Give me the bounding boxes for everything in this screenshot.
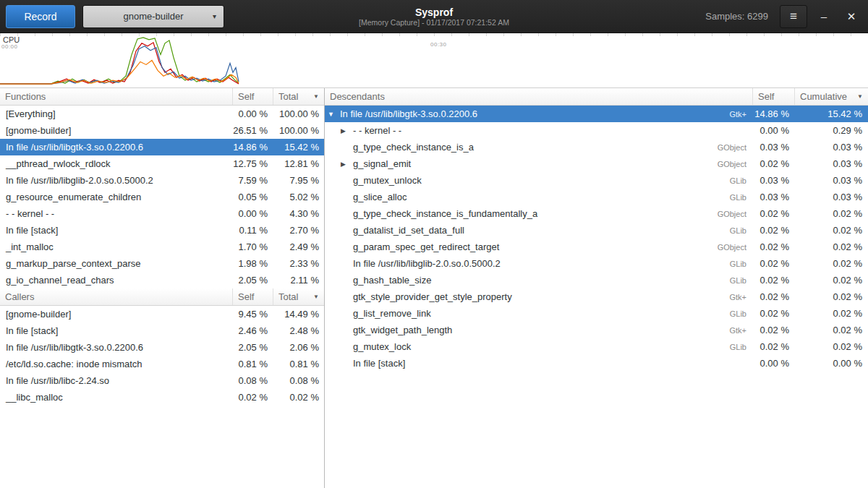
samples-count: Samples: 6299 xyxy=(705,11,768,22)
function-name: _int_malloc xyxy=(0,241,232,252)
table-row[interactable]: /etc/ld.so.cache: inode mismatch 0.81 % … xyxy=(0,356,324,372)
table-row[interactable]: In file /usr/lib/libgtk-3.so.0.2200.6 2.… xyxy=(0,339,324,356)
table-row[interactable]: - - kernel - - 0.00 % 4.30 % xyxy=(0,205,324,222)
total-percent: 2.49 % xyxy=(273,241,324,252)
functions-self-column-header[interactable]: Self xyxy=(232,88,273,105)
descendant-name: g_type_check_instance_is_fundamentally_a xyxy=(353,208,705,219)
table-row[interactable]: __libc_malloc 0.02 % 0.02 % xyxy=(0,389,324,406)
functions-header-row: Functions Self Total ▼ xyxy=(0,88,324,106)
expander-icon[interactable]: ▶ xyxy=(341,160,353,168)
table-row[interactable]: In file /usr/lib/libgtk-3.so.0.2200.6 14… xyxy=(0,139,324,155)
table-row[interactable]: _int_malloc 1.70 % 2.49 % xyxy=(0,239,324,255)
expander-icon[interactable]: ▼ xyxy=(328,111,340,118)
table-row[interactable]: g_mutex_unlock GLib 0.03 % 0.03 % xyxy=(325,172,868,189)
total-percent: 0.08 % xyxy=(273,375,324,386)
timeline-start-label: 00:00 xyxy=(1,43,18,50)
expander-icon[interactable]: ▶ xyxy=(341,127,353,134)
descendant-name: g_hash_table_size xyxy=(353,275,705,286)
caller-name: In file [stack] xyxy=(0,325,232,336)
table-row[interactable]: ▶ g_signal_emit GObject 0.02 % 0.03 % xyxy=(325,155,868,172)
total-percent: 100.00 % xyxy=(273,125,324,136)
capture-subtitle: [Memory Capture] - 01/17/2017 07:21:52 A… xyxy=(359,18,509,27)
function-name: In file [stack] xyxy=(0,225,232,236)
table-row[interactable]: gtk_style_provider_get_style_property Gt… xyxy=(325,288,868,305)
table-row[interactable]: g_slice_alloc GLib 0.03 % 0.03 % xyxy=(325,189,868,205)
minimize-button[interactable]: – xyxy=(813,5,835,28)
table-row[interactable]: g_param_spec_get_redirect_target GObject… xyxy=(325,239,868,255)
cumulative-percent: 0.02 % xyxy=(794,275,868,286)
total-percent: 2.48 % xyxy=(273,325,324,336)
timeline-mid-label: 00:30 xyxy=(430,41,447,48)
cumulative-percent: 0.29 % xyxy=(794,125,868,136)
minimize-icon: – xyxy=(821,10,827,22)
total-percent: 15.42 % xyxy=(273,142,324,153)
table-row[interactable]: g_hash_table_size GLib 0.02 % 0.02 % xyxy=(325,272,868,288)
descendants-self-column-header[interactable]: Self xyxy=(752,88,794,105)
table-row[interactable]: ▼ In file /usr/lib/libgtk-3.so.0.2200.6 … xyxy=(325,106,868,122)
table-row[interactable]: In file /usr/lib/libglib-2.0.so.0.5000.2… xyxy=(325,255,868,272)
functions-total-column-header[interactable]: Total ▼ xyxy=(273,88,324,105)
total-percent: 2.70 % xyxy=(273,225,324,236)
table-row[interactable]: gtk_widget_path_length Gtk+ 0.02 % 0.02 … xyxy=(325,322,868,338)
descendant-name: In file /usr/lib/libgtk-3.so.0.2200.6 xyxy=(340,108,705,119)
self-percent: 0.02 % xyxy=(752,241,794,252)
table-row[interactable]: [Everything] 0.00 % 100.00 % xyxy=(0,106,324,122)
caller-name: In file /usr/lib/libc-2.24.so xyxy=(0,375,232,386)
process-selector-dropdown[interactable]: gnome-builder ▾ xyxy=(82,5,224,28)
descendant-name: g_signal_emit xyxy=(353,158,705,169)
table-row[interactable]: [gnome-builder] 26.51 % 100.00 % xyxy=(0,122,324,139)
callers-rows: [gnome-builder] 9.45 % 14.49 % In file [… xyxy=(0,306,324,406)
table-row[interactable]: ▶ - - kernel - - 0.00 % 0.29 % xyxy=(325,122,868,139)
table-row[interactable]: g_type_check_instance_is_fundamentally_a… xyxy=(325,205,868,222)
descendant-name: g_type_check_instance_is_a xyxy=(353,142,705,153)
close-button[interactable]: ✕ xyxy=(841,5,862,28)
table-row[interactable]: g_mutex_lock GLib 0.02 % 0.02 % xyxy=(325,338,868,355)
process-selector-value: gnome-builder xyxy=(123,11,183,22)
left-panel: Functions Self Total ▼ [Everything] 0.00… xyxy=(0,88,325,488)
table-row[interactable]: g_list_remove_link GLib 0.02 % 0.02 % xyxy=(325,305,868,322)
self-percent: 0.02 % xyxy=(752,291,794,302)
table-row[interactable]: g_resource_enumerate_children 0.05 % 5.0… xyxy=(0,189,324,205)
self-percent: 0.02 % xyxy=(752,308,794,319)
record-button[interactable]: Record xyxy=(6,5,75,28)
chevron-down-icon: ▾ xyxy=(213,12,216,20)
table-row[interactable]: __pthread_rwlock_rdlock 12.75 % 12.81 % xyxy=(0,155,324,172)
table-row[interactable]: g_type_check_instance_is_a GObject 0.03 … xyxy=(325,139,868,155)
descendant-name: g_param_spec_get_redirect_target xyxy=(353,241,705,252)
callers-column-header[interactable]: Callers xyxy=(0,288,232,305)
table-row[interactable]: g_markup_parse_context_parse 1.98 % 2.33… xyxy=(0,255,324,272)
table-row[interactable]: [gnome-builder] 9.45 % 14.49 % xyxy=(0,306,324,322)
table-row[interactable]: In file [stack] 0.00 % 0.00 % xyxy=(325,355,868,372)
table-row[interactable]: In file [stack] 2.46 % 2.48 % xyxy=(0,322,324,339)
table-row[interactable]: In file /usr/lib/libglib-2.0.so.0.5000.2… xyxy=(0,172,324,189)
table-row[interactable]: g_io_channel_read_chars 2.05 % 2.11 % xyxy=(0,272,324,288)
function-name: In file /usr/lib/libglib-2.0.so.0.5000.2 xyxy=(0,175,232,186)
self-percent: 2.05 % xyxy=(232,342,273,353)
functions-column-header[interactable]: Functions xyxy=(0,88,232,105)
library-label: GLib xyxy=(705,260,752,268)
table-row[interactable]: In file [stack] 0.11 % 2.70 % xyxy=(0,222,324,239)
cumulative-percent: 0.03 % xyxy=(794,158,868,169)
self-percent: 2.46 % xyxy=(232,325,273,336)
menu-button[interactable]: ≡ xyxy=(780,5,807,28)
library-label: Gtk+ xyxy=(705,293,752,301)
descendant-name: gtk_style_provider_get_style_property xyxy=(353,291,705,302)
callers-self-column-header[interactable]: Self xyxy=(232,288,273,305)
self-percent: 14.86 % xyxy=(232,142,273,153)
self-percent: 0.02 % xyxy=(752,158,794,169)
cpu-usage-graph[interactable]: CPU 00:00 00:30 xyxy=(0,33,868,88)
descendants-header-row: Descendants Self Cumulative ▼ xyxy=(325,88,868,106)
callers-total-column-header[interactable]: Total ▼ xyxy=(273,288,324,305)
total-percent: 12.81 % xyxy=(273,158,324,169)
close-icon: ✕ xyxy=(847,10,856,22)
table-row[interactable]: g_datalist_id_set_data_full GLib 0.02 % … xyxy=(325,222,868,239)
table-row[interactable]: In file /usr/lib/libc-2.24.so 0.08 % 0.0… xyxy=(0,372,324,389)
caller-name: __libc_malloc xyxy=(0,392,232,403)
hamburger-icon: ≡ xyxy=(790,9,797,23)
total-percent: 2.11 % xyxy=(273,275,324,286)
page-title: Sysprof xyxy=(415,7,453,18)
descendant-name: - - kernel - - xyxy=(353,125,705,136)
descendants-column-header[interactable]: Descendants xyxy=(325,88,752,105)
cumulative-percent: 0.02 % xyxy=(794,241,868,252)
descendants-cumulative-column-header[interactable]: Cumulative ▼ xyxy=(794,88,868,105)
